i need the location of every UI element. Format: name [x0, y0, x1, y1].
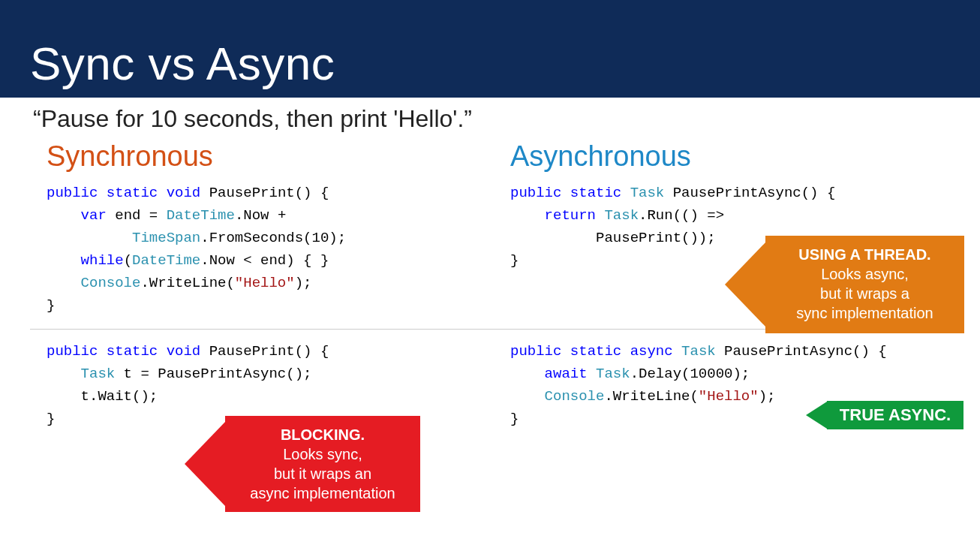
- async-heading: Asynchronous: [510, 140, 950, 173]
- subtitle: “Pause for 10 seconds, then print 'Hello…: [0, 98, 980, 137]
- callout-blocking: BLOCKING. Looks sync,but it wraps anasyn…: [225, 416, 420, 512]
- callout-red-text: Looks sync,but it wraps anasync implemen…: [250, 446, 395, 501]
- sync-column-top: Synchronous public static void PausePrin…: [30, 137, 486, 324]
- callout-green-bold: TRUE ASYNC.: [840, 405, 951, 424]
- sync-heading: Synchronous: [47, 140, 486, 173]
- title-bar: Sync vs Async: [0, 0, 980, 98]
- callout-true-async: TRUE ASYNC.: [827, 401, 963, 429]
- callout-using-thread: USING A THREAD. Looks async,but it wraps…: [765, 236, 964, 333]
- slide-title: Sync vs Async: [30, 37, 335, 90]
- callout-orange-bold: USING A THREAD.: [798, 246, 930, 263]
- callout-red-bold: BLOCKING.: [281, 426, 365, 443]
- code-sync-top: public static void PausePrint() { var en…: [30, 179, 486, 324]
- callout-orange-text: Looks async,but it wraps async implement…: [796, 266, 933, 321]
